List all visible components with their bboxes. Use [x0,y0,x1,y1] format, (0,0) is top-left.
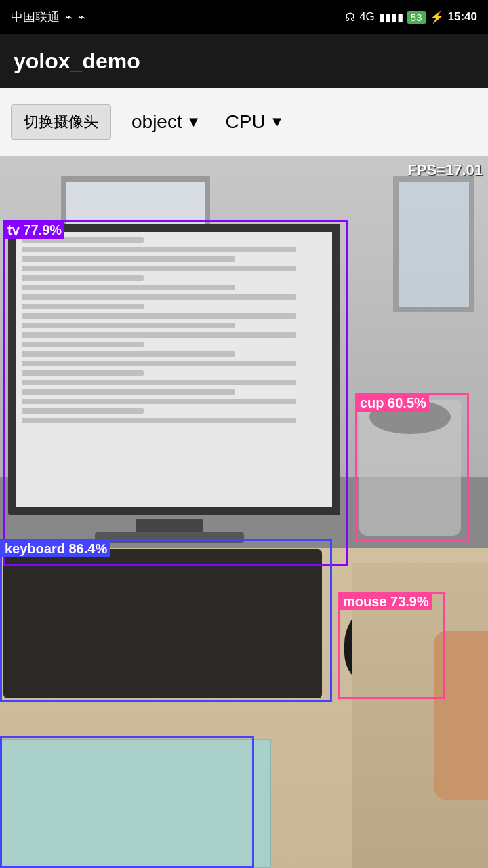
signal-bars-icon: ▮▮▮▮ [379,10,403,24]
cpu-dropdown[interactable]: CPU ▼ [226,111,285,133]
bluetooth-icon: ☊ [345,10,355,24]
tv-detection-label: tv 77.9% [5,221,64,239]
keyboard-detection-label: keyboard 86.4% [2,540,110,557]
cup-detection-label: cup 60.5% [357,394,429,412]
status-bar: 中国联通 ⌁ ⌁ ☊ 4G ▮▮▮▮ 53 ⚡ 15:40 [0,0,488,34]
mouse-detection-box: mouse 73.9% [338,592,445,699]
status-right: ☊ 4G ▮▮▮▮ 53 ⚡ 15:40 [345,10,477,24]
fps-display: FPS=17.01 [407,161,483,179]
cup-detection-box: cup 60.5% [355,393,469,541]
title-bar: yolox_demo [0,34,488,88]
tv-detection-box: tv 77.9% [3,220,348,566]
cpu-label: CPU [226,111,266,133]
controls-bar: 切换摄像头 object ▼ CPU ▼ [0,88,488,156]
charging-icon: ⚡ [430,10,444,24]
object-label: object [131,111,182,133]
status-left: 中国联通 ⌁ ⌁ [11,9,85,25]
signal-label: 4G [359,10,375,24]
time-label: 15:40 [448,10,477,24]
object-dropdown-arrow: ▼ [186,113,201,131]
usb-icon: ⌁ [65,9,73,24]
app-title: yolox_demo [14,49,140,74]
object-dropdown[interactable]: object ▼ [131,111,201,133]
window-background-right [393,176,474,312]
keyboard-detection-box: keyboard 86.4% [0,539,332,702]
camera-view: FPS=17.01 tv 77.9% cup 60.5% keyboard 86… [0,156,488,868]
battery-icon: 53 [407,11,426,24]
carrier-label: 中国联通 [11,9,60,25]
cpu-dropdown-arrow: ▼ [270,113,285,131]
mouse-detection-label: mouse 73.9% [340,593,432,610]
switch-camera-button[interactable]: 切换摄像头 [11,104,111,140]
usb2-icon: ⌁ [78,9,85,24]
desk-detection-box [0,736,254,868]
